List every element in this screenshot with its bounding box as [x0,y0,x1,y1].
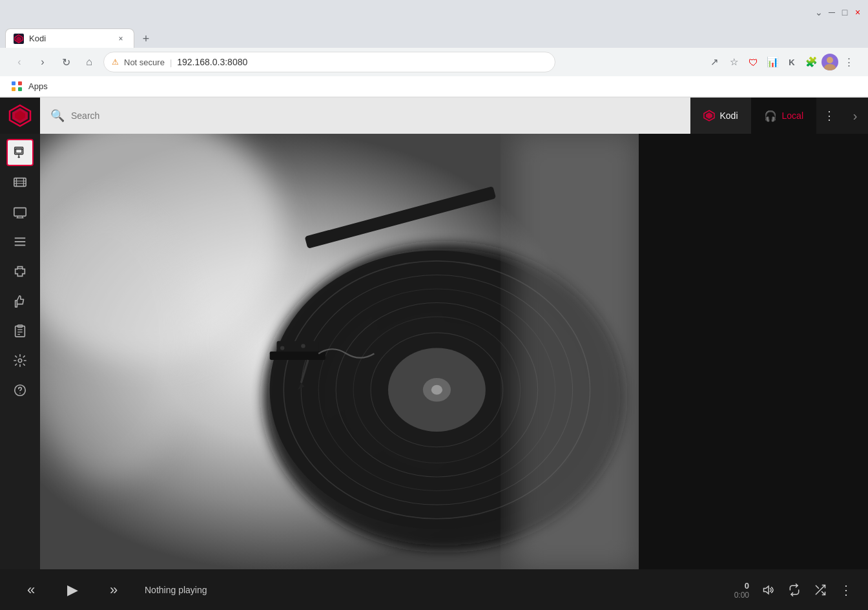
shield-btn[interactable]: 🛡 [744,53,762,71]
security-label: Not secure [124,58,165,67]
tv-icon [13,205,27,219]
address-bar[interactable]: ⚠ Not secure | 192.168.0.3:8080 [103,52,555,72]
svg-point-3 [827,57,833,63]
grid-dot-4 [18,87,22,91]
kodi-forward-btn[interactable]: › [842,98,868,134]
headphone-icon: 🎧 [764,110,777,122]
active-tab[interactable]: Kodi × [5,28,134,48]
sidebar-item-favorites[interactable] [6,288,34,315]
search-input[interactable] [71,110,680,121]
play-btn[interactable]: ▶ [52,569,93,610]
maximize-btn[interactable]: □ [840,7,850,17]
puzzle-icon [13,264,27,279]
kodi-more-btn[interactable]: ⋮ [816,98,842,134]
back-btn[interactable]: ‹ [10,53,28,71]
share-btn[interactable]: ↗ [705,53,723,71]
extensions-btn[interactable]: 🧩 [802,53,820,71]
kodi-logo-area[interactable] [0,98,40,134]
close-btn[interactable]: × [852,7,863,17]
local-nav-btn[interactable]: 🎧 Local [751,98,816,134]
player-controls: « ▶ » [10,569,134,610]
list-icon [13,235,27,249]
sidebar-item-help[interactable] [6,377,34,404]
refresh-btn[interactable]: ↻ [57,53,75,71]
browser-titlebar: ⌄ ─ □ × [0,0,868,25]
avatar-btn[interactable] [822,54,838,70]
grid-dot-1 [12,81,16,85]
sidebar-item-music[interactable] [6,139,34,166]
kodi-header: 🔍 Kodi 🎧 Local ⋮ › [0,98,868,134]
minimize-btn[interactable]: ─ [827,7,837,17]
kodi-app: 🔍 Kodi 🎧 Local ⋮ › [0,98,868,610]
thumbup-icon [13,294,27,308]
grid-dot-3 [12,87,16,91]
settings-icon [13,353,27,368]
fast-forward-btn[interactable]: » [93,569,134,610]
toolbar-right: ↗ ☆ 🛡 📊 K 🧩 ⋮ [705,53,858,71]
kodi-body [0,134,868,569]
apps-label[interactable]: Apps [28,81,48,91]
svg-rect-20 [14,208,26,216]
analytics-btn[interactable]: 📊 [763,53,781,71]
shuffle-btn[interactable] [809,578,832,602]
dropdown-btn[interactable]: ⌄ [814,7,824,17]
movie-icon [13,175,27,189]
search-icon: 🔍 [50,109,65,123]
profile-k-btn[interactable]: K [783,53,801,71]
svg-line-60 [816,585,818,588]
browser-tabs: Kodi × + [0,25,868,48]
sidebar-item-movies[interactable] [6,169,34,196]
volume-btn[interactable] [757,578,780,602]
window-controls: ⌄ ─ □ × [814,7,863,17]
player-info: Nothing playing [134,585,734,595]
kodi-right-panel [639,134,868,569]
sidebar-item-list[interactable] [6,228,34,255]
forward-btn[interactable]: › [34,53,52,71]
svg-marker-57 [764,586,769,594]
repeat-btn[interactable] [783,578,806,602]
svg-rect-50 [270,352,326,360]
sidebar-item-settings[interactable] [6,347,34,374]
svg-point-14 [17,156,20,158]
svg-rect-55 [513,134,639,569]
player-title: Nothing playing [145,585,207,595]
kodi-nav-btn[interactable]: Kodi [690,98,751,134]
tab-close-btn[interactable]: × [116,34,126,44]
more-btn[interactable]: ⋮ [840,53,858,71]
kodi-nav-icon [703,110,715,121]
svg-marker-9 [706,112,712,119]
browser-addressbar: ‹ › ↻ ⌂ ⚠ Not secure | 192.168.0.3:8080 … [0,48,868,76]
repeat-icon [788,584,801,596]
browser-chrome: ⌄ ─ □ × Kodi × + ‹ › ↻ ⌂ ⚠ [0,0,868,98]
shuffle-icon [814,584,827,596]
home-btn[interactable]: ⌂ [80,53,98,71]
svg-rect-15 [14,178,26,187]
svg-point-4 [824,64,836,70]
sidebar-item-addons[interactable] [6,258,34,285]
svg-rect-11 [16,149,22,153]
security-warning-icon: ⚠ [112,58,119,67]
tab-title: Kodi [29,34,46,43]
url-text: 192.168.0.3:8080 [177,57,247,67]
sidebar-item-queue[interactable] [6,317,34,344]
apps-bar: Apps [0,76,868,97]
kodi-main-content [40,134,639,569]
local-nav-label: Local [782,110,803,121]
tab-favicon [14,34,24,44]
volume-icon [762,584,775,596]
svg-point-47 [431,385,442,395]
kodi-logo [8,104,32,127]
kodi-search-area[interactable]: 🔍 [40,98,690,134]
turntable-image [40,134,639,569]
player-more-btn[interactable]: ⋮ [834,578,858,602]
apps-grid-icon [10,80,23,93]
svg-point-54 [301,344,305,348]
svg-point-34 [19,393,20,394]
bookmark-btn[interactable]: ☆ [725,53,743,71]
clipboard-icon [13,324,27,338]
grid-dot-2 [18,81,22,85]
rewind-btn[interactable]: « [10,569,52,610]
new-tab-btn[interactable]: + [137,30,155,48]
sidebar-item-tv[interactable] [6,198,34,226]
kodi-nav-buttons: Kodi 🎧 Local ⋮ › [690,98,869,134]
